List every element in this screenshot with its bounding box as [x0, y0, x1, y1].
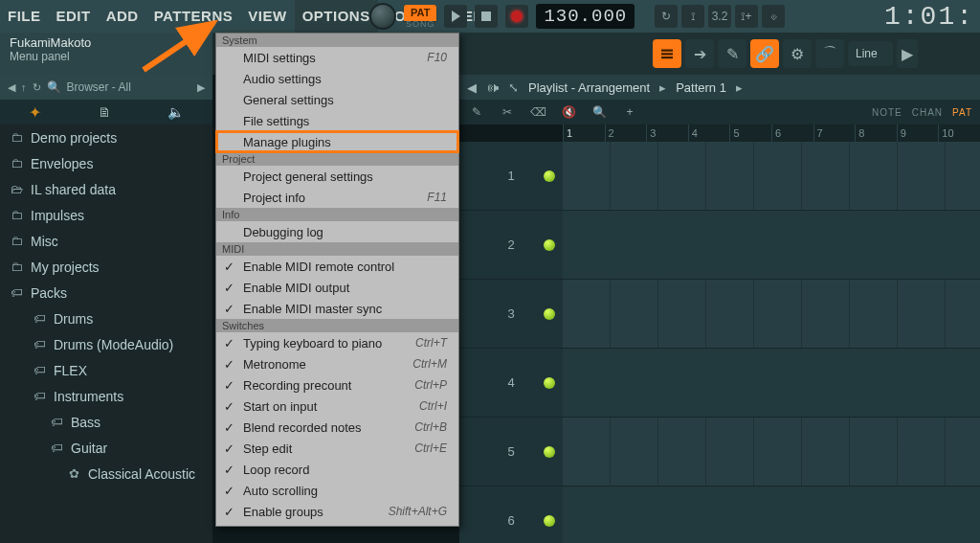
ruler-tick[interactable]: 4 — [688, 124, 730, 142]
tree-item[interactable]: 🗀My projects — [0, 254, 212, 280]
track-header[interactable]: 5 — [459, 418, 563, 486]
dropdown-item[interactable]: MIDI settingsF10 — [216, 47, 458, 68]
tree-item[interactable]: 🏷FLEX — [0, 357, 212, 383]
playlist-tracks[interactable]: 123456 — [459, 142, 980, 543]
track-header[interactable]: 6 — [459, 486, 563, 543]
stop-button[interactable] — [475, 5, 498, 28]
dropdown-item[interactable]: Start on inputCtrl+I — [216, 396, 458, 417]
browser-tree[interactable]: 🗀Demo projects🗀Envelopes🗁IL shared data🗀… — [0, 124, 212, 543]
tree-item[interactable]: 🏷Bass — [0, 409, 212, 435]
track-row[interactable]: 4 — [459, 349, 980, 418]
tree-item[interactable]: 🏷Drums (ModeAudio) — [0, 331, 212, 357]
timecode-display[interactable]: 1:01: — [884, 2, 974, 32]
tool-brush[interactable]: ✎ — [718, 39, 746, 68]
dropdown-item[interactable]: Audio settings — [216, 68, 458, 89]
main-volume-knob[interactable] — [369, 3, 396, 30]
track-grid[interactable] — [563, 211, 980, 280]
dropdown-item[interactable]: Enable MIDI master sync — [216, 298, 458, 319]
menu-edit[interactable]: EDIT — [49, 0, 99, 33]
dropdown-item[interactable]: MetronomeCtrl+M — [216, 353, 458, 374]
track-grid[interactable] — [563, 418, 980, 486]
tool-indicator[interactable]: 3.2 — [708, 5, 731, 28]
ruler-tick[interactable]: 8 — [855, 124, 897, 142]
mode-label[interactable]: PAT — [952, 107, 972, 118]
tree-item[interactable]: 🗀Envelopes — [0, 150, 212, 176]
browser-back-icon[interactable]: ◀ — [8, 81, 15, 94]
ruler-tick[interactable]: 5 — [729, 124, 771, 142]
dropdown-item[interactable]: Recording precountCtrl+P — [216, 374, 458, 396]
tool-indicator[interactable]: ↻ — [655, 5, 678, 28]
track-row[interactable]: 5 — [459, 418, 980, 486]
tree-item[interactable]: 🏷Guitar — [0, 435, 212, 461]
tree-item[interactable]: 🗀Misc — [0, 228, 212, 254]
track-grid[interactable] — [563, 349, 980, 418]
track-grid[interactable] — [563, 142, 980, 211]
track-grid[interactable] — [563, 280, 980, 349]
browser-refresh-icon[interactable]: ↻ — [33, 81, 41, 94]
track-row[interactable]: 1 — [459, 142, 980, 211]
track-header[interactable]: 2 — [459, 211, 563, 280]
tree-item[interactable]: ✿Classical Acoustic — [0, 461, 212, 486]
dropdown-item[interactable]: Project general settings — [216, 166, 458, 187]
tool-snap[interactable]: ⌒ — [815, 39, 844, 68]
playlist-tool[interactable]: ✎ — [467, 102, 486, 122]
menu-add[interactable]: ADD — [99, 0, 146, 33]
mode-label[interactable]: NOTE — [872, 107, 902, 118]
playlist-pattern[interactable]: Pattern 1 — [676, 80, 726, 95]
track-active-lamp[interactable] — [544, 308, 555, 320]
browser-up-icon[interactable]: ↑ — [21, 81, 27, 93]
play-button[interactable] — [444, 5, 467, 28]
browser-fwd-icon[interactable]: ▶ — [197, 81, 205, 94]
tree-item[interactable]: 🏷Drums — [0, 305, 212, 331]
track-active-lamp[interactable] — [544, 377, 555, 389]
dropdown-item[interactable]: Manage plugins — [216, 131, 458, 152]
track-header[interactable]: 4 — [459, 349, 563, 418]
tool-channel-rack[interactable] — [653, 39, 681, 68]
tool-indicator[interactable]: ⟟+ — [735, 5, 758, 28]
track-active-lamp[interactable] — [544, 170, 555, 182]
playlist-tool[interactable]: 🔇 — [559, 102, 578, 122]
tree-item[interactable]: 🗀Demo projects — [0, 124, 212, 150]
menu-view[interactable]: VIEW — [240, 0, 294, 33]
snap-next[interactable]: ▶ — [897, 39, 918, 68]
snap-mode-select[interactable]: Line — [848, 41, 893, 66]
tree-item[interactable]: 🏷Instruments — [0, 383, 212, 409]
dropdown-item[interactable]: Step editCtrl+E — [216, 438, 458, 459]
dropdown-item[interactable]: Project infoF11 — [216, 187, 458, 208]
dropdown-item[interactable]: File settings — [216, 110, 458, 131]
menu-file[interactable]: FILE — [0, 0, 49, 33]
dropdown-item[interactable]: Loop record — [216, 459, 458, 480]
playlist-ruler[interactable]: 12345678910 — [563, 124, 980, 142]
track-header[interactable]: 1 — [459, 142, 563, 211]
playlist-tool[interactable]: 🔍 — [590, 102, 609, 122]
menu-patterns[interactable]: PATTERNS — [146, 0, 241, 33]
ruler-tick[interactable]: 1 — [563, 124, 605, 142]
tree-item[interactable]: 🗁IL shared data — [0, 176, 212, 202]
tool-wrench[interactable]: ⚙ — [783, 39, 812, 68]
playlist-tool[interactable]: + — [620, 102, 639, 122]
playlist-sync-icon[interactable]: ⤡ — [508, 80, 519, 95]
ruler-tick[interactable]: 6 — [771, 124, 813, 142]
track-active-lamp[interactable] — [544, 239, 555, 251]
playlist-audio-icon[interactable]: 🕪 — [486, 80, 499, 95]
tool-indicator[interactable]: ⟐ — [762, 5, 785, 28]
tree-item[interactable]: 🗀Impulses — [0, 202, 212, 228]
browser-fav-icon[interactable]: ✦ — [29, 103, 41, 122]
tool-link[interactable]: 🔗 — [750, 39, 779, 68]
dropdown-item[interactable]: Debugging log — [216, 221, 458, 242]
dropdown-item[interactable]: Enable groupsShift+Alt+G — [216, 501, 458, 522]
bpm-display[interactable]: 130.000 — [536, 4, 635, 29]
track-row[interactable]: 2 — [459, 211, 980, 280]
options-dropdown[interactable]: SystemMIDI settingsF10Audio settingsGene… — [215, 33, 459, 527]
tree-item[interactable]: 🏷Packs — [0, 280, 212, 305]
track-grid[interactable] — [563, 486, 980, 543]
browser-clip-icon[interactable]: 🗎 — [98, 104, 111, 120]
record-button[interactable] — [505, 5, 528, 28]
ruler-tick[interactable]: 7 — [813, 124, 856, 142]
dropdown-item[interactable]: General settings — [216, 89, 458, 110]
playlist-tool[interactable]: ✂ — [498, 102, 517, 122]
ruler-tick[interactable]: 9 — [897, 124, 939, 142]
track-row[interactable]: 6 — [459, 486, 980, 543]
search-icon[interactable]: 🔍 — [47, 80, 61, 94]
mode-label[interactable]: CHAN — [912, 107, 943, 118]
